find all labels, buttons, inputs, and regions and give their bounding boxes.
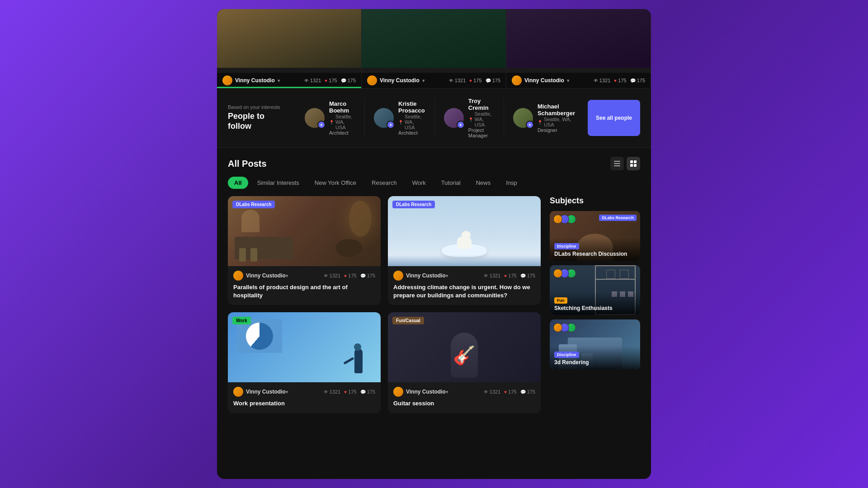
subject-card-2[interactable]: Fun Sketching Enthusiasts [550, 265, 640, 315]
person-card-4[interactable]: + Michael Schamberger Seattle, WA, USA D… [504, 98, 584, 138]
filter-tab-nyoffice[interactable]: New York Office [308, 177, 363, 189]
post-image-3: Work [228, 312, 381, 382]
eye-icon-3 [594, 78, 598, 83]
top-card-1[interactable]: Vinny Custodio 1321 175 175 [217, 9, 362, 88]
subject-name-1: DLabs Research Discussion [554, 251, 636, 257]
person-location-4: Seattle, WA, USA [538, 117, 575, 127]
heart-icon-3 [614, 78, 617, 83]
pin-icon-3 [468, 117, 473, 122]
person-add-btn-4[interactable]: + [526, 121, 534, 129]
card-author-3: Vinny Custodio [512, 75, 569, 85]
card-author-chevron-2 [422, 77, 425, 84]
post-author-row-3: Vinny Custodio 1321 [233, 387, 375, 397]
top-card-2[interactable]: Vinny Custodio 1321 175 175 [362, 9, 506, 88]
subject-name-3: 3d Rendering [554, 359, 636, 366]
person-add-btn-2[interactable]: + [387, 121, 395, 129]
person-add-btn-3[interactable]: + [457, 121, 465, 129]
app-container: Vinny Custodio 1321 175 175 [217, 9, 651, 479]
subject-card-3[interactable]: Discipline 3d Rendering [550, 319, 640, 369]
card-stats-3: 1321 175 175 [594, 78, 645, 83]
people-label: Based on your interests People to follow [228, 104, 287, 131]
person-card-1[interactable]: + Marco Boehm Seattle, WA, USA Architect [296, 98, 365, 138]
comment-icon-1 [341, 78, 346, 83]
filter-tab-similar[interactable]: Similar Interests [251, 177, 306, 189]
heart-icon-2 [469, 78, 472, 83]
post-comments-2: 175 [520, 273, 535, 278]
filter-tab-research[interactable]: Research [365, 177, 403, 189]
person-name-4: Michael Schamberger [538, 103, 575, 117]
top-card-3[interactable]: Vinny Custodio 1321 175 175 [506, 9, 651, 88]
person-card-3[interactable]: + Troy Cremin Seattle, WA, USA Project M… [435, 98, 504, 138]
filter-tabs: All Similar Interests New York Office Re… [228, 177, 640, 189]
list-view-button[interactable] [610, 157, 624, 170]
person-info-3: Troy Cremin Seattle, WA, USA Project Man… [468, 98, 495, 138]
post-card-3[interactable]: Work Vinny Custodio [228, 312, 381, 413]
svg-rect-4 [634, 160, 637, 163]
filter-tab-all[interactable]: All [228, 177, 248, 189]
subject-avatar-3a [553, 323, 562, 332]
post-card-4[interactable]: 🎸 Fun/Casual Vinny Custodio [388, 312, 541, 413]
card-likes-3: 175 [614, 78, 626, 83]
post-image-2: DLabs Research [388, 196, 541, 266]
post-image-1: DLabs Research [228, 196, 381, 266]
posts-grid: DLabs Research Vinny Custodio [228, 196, 541, 413]
post-content-3: Vinny Custodio 1321 [228, 382, 381, 413]
filter-tab-insp[interactable]: Insp [500, 177, 524, 189]
post-stats-1: 1321 175 175 [324, 273, 375, 278]
post-author-4: Vinny Custodio [393, 387, 448, 397]
filter-tab-work[interactable]: Work [406, 177, 432, 189]
people-label-small: Based on your interests [228, 104, 287, 110]
post-views-4: 1321 [484, 389, 500, 394]
subject-name-2: Sketching Enthusiasts [554, 305, 636, 311]
bear-head [462, 231, 471, 239]
card-stats-1: 1321 175 175 [304, 78, 356, 83]
post-heart-icon-3 [344, 389, 347, 394]
top-card-image-3 [506, 9, 651, 68]
card-stats-2: 1321 175 175 [449, 78, 500, 83]
posts-section: All Posts [217, 148, 651, 422]
post-author-name-4: Vinny Custodio [406, 389, 448, 395]
card-author-avatar-2 [367, 75, 377, 85]
person-info-1: Marco Boehm Seattle, WA, USA Architect [329, 100, 355, 136]
person-name-1: Marco Boehm [329, 100, 355, 114]
post-tag-3: Work [232, 317, 251, 324]
post-comments-3: 175 [360, 389, 375, 394]
card-author-1: Vinny Custodio [222, 75, 280, 85]
post-heart-icon-2 [504, 273, 507, 278]
svg-rect-0 [614, 161, 620, 162]
card-author-avatar-3 [512, 75, 522, 85]
eye-icon-1 [304, 78, 309, 83]
card-views-3: 1321 [594, 78, 610, 83]
subject-card-1[interactable]: DLabs Research Discipline DLabs Research… [550, 211, 640, 261]
subject-avatars-1 [553, 215, 574, 224]
filter-tab-tutorial[interactable]: Tutorial [435, 177, 467, 189]
subjects-title: Subjects [550, 196, 640, 206]
post-title-4: Guitar session [393, 399, 535, 408]
person-add-btn-1[interactable]: + [317, 121, 326, 129]
post-comments-4: 175 [520, 389, 535, 394]
post-eye-icon-2 [484, 273, 488, 278]
post-tag-1: DLabs Research [232, 201, 275, 208]
card-comments-3: 175 [630, 78, 645, 83]
post-card-2[interactable]: DLabs Research Vinny Custodio [388, 196, 541, 305]
card-likes-1: 175 [325, 78, 337, 83]
post-author-row-2: Vinny Custodio 1321 [393, 271, 535, 281]
grid-view-button[interactable] [627, 157, 640, 170]
card-author-avatar-1 [222, 75, 232, 85]
see-all-button[interactable]: See all people [588, 100, 640, 136]
post-author-avatar-2 [393, 271, 403, 281]
person-role-4: Designer [538, 127, 575, 133]
svg-rect-5 [630, 164, 633, 167]
svg-rect-6 [634, 164, 637, 167]
person-role-1: Architect [329, 130, 355, 136]
post-card-1[interactable]: DLabs Research Vinny Custodio [228, 196, 381, 305]
filter-tab-news[interactable]: News [470, 177, 497, 189]
top-card-footer-2: Vinny Custodio 1321 175 175 [362, 73, 506, 88]
person-info-2: Kristie Prosacco Seattle, WA, USA Archit… [398, 100, 425, 136]
person-info-4: Michael Schamberger Seattle, WA, USA Des… [538, 103, 575, 133]
post-author-name-2: Vinny Custodio [406, 272, 448, 279]
post-title-1: Parallels of product design and the art … [233, 283, 375, 300]
person-card-2[interactable]: + Kristie Prosacco Seattle, WA, USA Arch… [365, 98, 435, 138]
post-content-1: Vinny Custodio 1321 [228, 266, 381, 305]
person-role-2: Architect [398, 130, 425, 136]
